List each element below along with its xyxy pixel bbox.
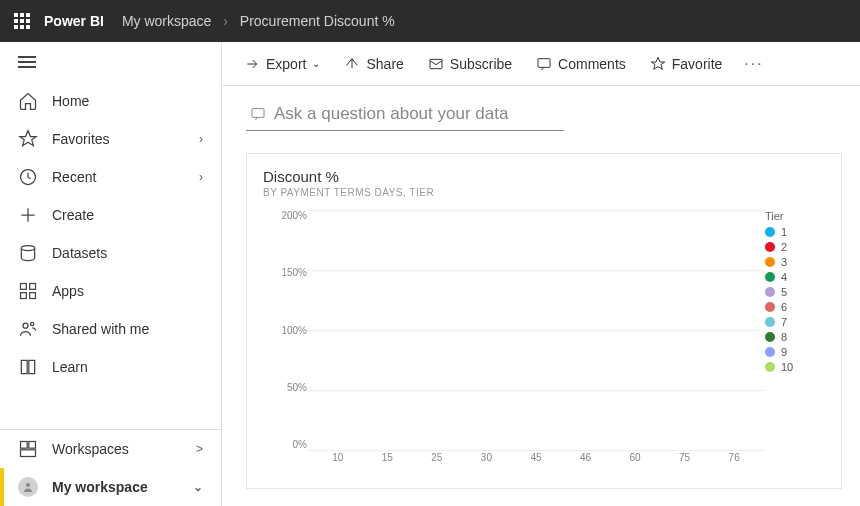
legend-label: 5 (781, 286, 787, 298)
nav-label: Favorites (52, 131, 199, 147)
nav-label: Recent (52, 169, 199, 185)
datasets-icon (18, 243, 38, 263)
chart-title: Discount % (263, 168, 825, 185)
nav-learn[interactable]: Learn (0, 348, 221, 386)
nav-label: Workspaces (52, 441, 196, 457)
breadcrumb: My workspace › Procurement Discount % (122, 13, 395, 29)
nav-label: Shared with me (52, 321, 203, 337)
legend-items: 12345678910 (765, 226, 825, 373)
svg-point-6 (23, 323, 28, 328)
nav-my-workspace[interactable]: My workspace⌄ (0, 468, 221, 506)
legend-item[interactable]: 5 (765, 286, 825, 298)
svg-rect-2 (21, 284, 27, 290)
breadcrumb-report[interactable]: Procurement Discount % (240, 13, 395, 29)
export-button[interactable]: Export⌄ (236, 52, 328, 76)
nav-shared[interactable]: Shared with me (0, 310, 221, 348)
svg-rect-3 (30, 284, 36, 290)
chart-subtitle: BY PAYMENT TERMS DAYS, TIER (263, 187, 825, 198)
legend-swatch (765, 347, 775, 357)
chevron-right-icon: > (196, 442, 203, 456)
star-icon (18, 129, 38, 149)
nav-home[interactable]: Home (0, 82, 221, 120)
svg-rect-10 (21, 450, 36, 457)
legend-swatch (765, 242, 775, 252)
legend-item[interactable]: 7 (765, 316, 825, 328)
svg-rect-13 (538, 58, 550, 67)
svg-rect-5 (30, 293, 36, 299)
chart-plot: 101525304546607576 (307, 208, 765, 468)
legend-item[interactable]: 6 (765, 301, 825, 313)
breadcrumb-workspace[interactable]: My workspace (122, 13, 211, 29)
chevron-down-icon: ⌄ (193, 480, 203, 494)
qna-input[interactable]: Ask a question about your data (246, 104, 564, 131)
svg-rect-8 (21, 442, 28, 449)
legend-item[interactable]: 8 (765, 331, 825, 343)
share-button[interactable]: Share (336, 52, 411, 76)
nav-label: Create (52, 207, 203, 223)
legend-swatch (765, 362, 775, 372)
svg-rect-9 (29, 442, 36, 449)
mail-icon (428, 56, 444, 72)
brand-label: Power BI (44, 13, 104, 29)
nav-label: Home (52, 93, 203, 109)
qna-icon (250, 106, 266, 122)
legend-label: 6 (781, 301, 787, 313)
favorite-button[interactable]: Favorite (642, 52, 731, 76)
legend-label: 7 (781, 316, 787, 328)
legend-label: 3 (781, 256, 787, 268)
chevron-right-icon: › (199, 170, 203, 184)
nav-favorites[interactable]: Favorites› (0, 120, 221, 158)
legend-swatch (765, 317, 775, 327)
nav-recent[interactable]: Recent› (0, 158, 221, 196)
legend-item[interactable]: 9 (765, 346, 825, 358)
top-bar: Power BI My workspace › Procurement Disc… (0, 0, 860, 42)
nav-label: Datasets (52, 245, 203, 261)
apps-icon (18, 281, 38, 301)
legend-swatch (765, 227, 775, 237)
svg-rect-14 (252, 109, 264, 118)
legend-swatch (765, 272, 775, 282)
legend-swatch (765, 302, 775, 312)
legend-item[interactable]: 1 (765, 226, 825, 238)
svg-point-1 (21, 246, 34, 251)
legend-item[interactable]: 2 (765, 241, 825, 253)
legend-item[interactable]: 10 (765, 361, 825, 373)
report-toolbar: Export⌄ Share Subscribe Comments Favorit… (222, 42, 860, 86)
legend-label: 1 (781, 226, 787, 238)
legend-label: 2 (781, 241, 787, 253)
chevron-right-icon: › (199, 132, 203, 146)
nav-apps[interactable]: Apps (0, 272, 221, 310)
legend-swatch (765, 257, 775, 267)
avatar-icon (18, 477, 38, 497)
chevron-right-icon: › (223, 13, 228, 29)
chart-bars (307, 210, 765, 450)
clock-icon (18, 167, 38, 187)
chart-legend: Tier 12345678910 (765, 208, 825, 468)
comment-icon (536, 56, 552, 72)
x-axis: 101525304546607576 (307, 452, 765, 468)
chart-card: Discount % BY PAYMENT TERMS DAYS, TIER 2… (246, 153, 842, 489)
nav-main: Home Favorites› Recent› Create Datasets … (0, 82, 221, 429)
nav-label: Apps (52, 283, 203, 299)
legend-item[interactable]: 4 (765, 271, 825, 283)
sidebar: Home Favorites› Recent› Create Datasets … (0, 42, 222, 506)
overflow-button[interactable]: ··· (738, 51, 769, 77)
y-axis: 200%150%100%50%0% (263, 208, 307, 468)
legend-swatch (765, 287, 775, 297)
svg-point-11 (26, 483, 30, 487)
plus-icon (18, 205, 38, 225)
svg-point-7 (31, 322, 34, 325)
nav-label: My workspace (52, 479, 193, 495)
legend-label: 9 (781, 346, 787, 358)
comments-button[interactable]: Comments (528, 52, 634, 76)
legend-title: Tier (765, 210, 825, 222)
nav-workspaces[interactable]: Workspaces> (0, 430, 221, 468)
nav-label: Learn (52, 359, 203, 375)
subscribe-button[interactable]: Subscribe (420, 52, 520, 76)
legend-item[interactable]: 3 (765, 256, 825, 268)
nav-create[interactable]: Create (0, 196, 221, 234)
menu-toggle-button[interactable] (0, 42, 221, 82)
legend-label: 8 (781, 331, 787, 343)
app-launcher-icon[interactable] (14, 13, 30, 29)
nav-datasets[interactable]: Datasets (0, 234, 221, 272)
